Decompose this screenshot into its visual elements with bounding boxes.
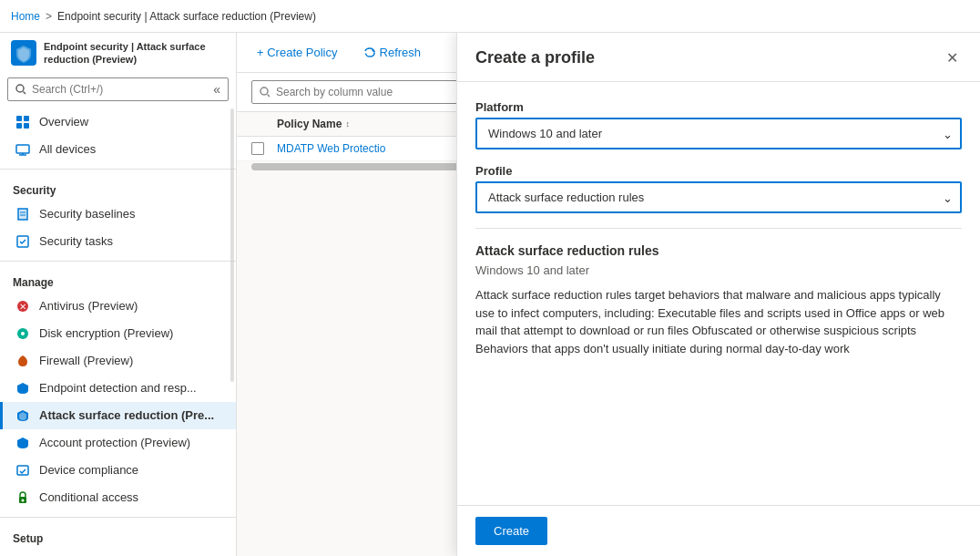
compliance-icon [15,463,30,478]
access-icon [15,490,30,505]
profile-label: Profile [475,164,962,178]
breadcrumb-current: Endpoint security | Attack surface reduc… [57,10,316,23]
sidebar-item-label: All devices [39,142,96,156]
svg-text:✕: ✕ [19,302,26,312]
sidebar-item-antivirus[interactable]: ✕ Antivirus (Preview) [0,293,236,320]
sidebar-item-account-protection[interactable]: Account protection (Preview) [0,429,236,457]
breadcrumb-home[interactable]: Home [11,10,40,23]
sidebar-item-disk-encryption[interactable]: Disk encryption (Preview) [0,320,236,347]
sidebar-item-attack-surface[interactable]: Attack surface reduction (Pre... [0,402,236,429]
platform-select-wrapper: Windows 10 and later macOS ⌄ [475,118,962,149]
sidebar-item-endpoint-detection[interactable]: Endpoint detection and resp... [0,375,236,402]
content-search-input[interactable] [276,86,458,98]
sidebar-divider-2 [0,261,236,262]
panel-section-title: Attack surface reduction rules [475,243,962,258]
sidebar-divider-1 [0,169,236,170]
svg-line-2 [24,91,26,94]
baselines-icon [15,207,30,221]
content-area: + Create Policy Refresh [237,33,980,556]
sidebar-section-security: Security [0,175,236,201]
row-checkbox[interactable] [251,142,277,155]
sidebar-item-overview[interactable]: Overview [0,108,236,136]
panel-description: Attack surface reduction rules target be… [475,286,962,357]
sidebar-search-container: « [7,77,229,101]
svg-point-1 [16,85,24,92]
panel-header: Create a profile ✕ [457,33,980,82]
refresh-button[interactable]: Refresh [358,42,427,63]
profile-form-group: Profile Attack surface reduction rules A… [475,164,962,213]
sidebar-item-all-devices[interactable]: All devices [0,136,236,163]
sidebar-item-conditional-access[interactable]: Conditional access [0,484,236,511]
panel-section-subtitle: Windows 10 and later [475,263,962,277]
profile-select-wrapper: Attack surface reduction rules App and b… [475,181,962,213]
panel-body: Platform Windows 10 and later macOS ⌄ Pr… [457,82,980,505]
profile-select[interactable]: Attack surface reduction rules App and b… [475,181,962,213]
sidebar-search-input[interactable] [32,83,159,96]
sidebar-item-label: Antivirus (Preview) [39,299,138,313]
firewall-icon [15,354,30,368]
sidebar-item-label: Device compliance [39,463,138,477]
sidebar: Endpoint security | Attack surface reduc… [0,33,237,556]
search-icon [15,84,26,95]
platform-select[interactable]: Windows 10 and later macOS [475,118,962,149]
breadcrumb: Home > Endpoint security | Attack surfac… [0,0,980,33]
refresh-icon [363,46,376,59]
sidebar-app-title: Endpoint security | Attack surface reduc… [44,40,208,67]
sidebar-item-label: Attack surface reduction (Pre... [39,408,214,422]
endpoint-security-logo [11,40,36,66]
grid-icon [15,115,30,129]
sidebar-item-microsoft-defender[interactable]: Microsoft Defender ATP [0,549,236,556]
disk-icon [15,326,30,341]
panel-close-button[interactable]: ✕ [943,46,962,70]
sidebar-navigation: Overview All devices Security [0,108,236,556]
sidebar-item-label: Security baselines [39,207,136,221]
devices-icon [15,142,30,157]
attack-icon [15,408,30,423]
create-profile-panel: Create a profile ✕ Platform Windows 10 a… [456,33,980,556]
search-content-icon [260,87,271,98]
sidebar-collapse-button[interactable]: « [213,82,220,97]
endpoint-icon [15,381,30,396]
svg-rect-6 [24,123,29,129]
panel-section-info: Attack surface reduction rules Windows 1… [475,243,962,357]
svg-line-22 [268,95,271,98]
tasks-icon [15,234,30,249]
sidebar-item-label: Firewall (Preview) [39,354,133,367]
sidebar-scrollbar[interactable] [230,108,234,382]
svg-point-19 [22,499,25,501]
panel-title: Create a profile [475,48,595,67]
sidebar-section-manage: Manage [0,267,236,293]
sidebar-item-label: Security tasks [39,234,113,248]
platform-label: Platform [475,100,962,114]
sidebar-divider-3 [0,517,236,518]
sidebar-item-device-compliance[interactable]: Device compliance [0,457,236,484]
sidebar-item-label: Overview [39,115,88,129]
sidebar-section-setup: Setup [0,523,236,549]
svg-rect-17 [17,466,28,475]
sidebar-item-security-tasks[interactable]: Security tasks [0,228,236,255]
panel-footer: Create [457,505,980,556]
sidebar-item-security-baselines[interactable]: Security baselines [0,201,236,228]
sort-icon: ↕ [345,119,350,129]
sidebar-item-firewall[interactable]: Firewall (Preview) [0,347,236,375]
sidebar-item-label: Conditional access [39,490,138,504]
sidebar-item-label: Disk encryption (Preview) [39,326,173,340]
svg-point-16 [21,332,25,335]
svg-rect-5 [16,123,22,129]
platform-form-group: Platform Windows 10 and later macOS ⌄ [475,100,962,149]
sidebar-item-label: Endpoint detection and resp... [39,381,197,395]
sidebar-item-label: Account protection (Preview) [39,436,190,449]
panel-divider [475,228,962,229]
svg-point-21 [260,88,268,95]
svg-rect-7 [16,145,29,153]
create-policy-button[interactable]: + Create Policy [251,42,343,63]
create-button[interactable]: Create [475,517,547,545]
breadcrumb-sep: > [46,10,52,23]
account-icon [15,436,30,450]
sidebar-header: Endpoint security | Attack surface reduc… [0,33,236,74]
svg-rect-4 [24,116,29,121]
svg-rect-3 [16,116,22,121]
antivirus-icon: ✕ [15,299,30,314]
